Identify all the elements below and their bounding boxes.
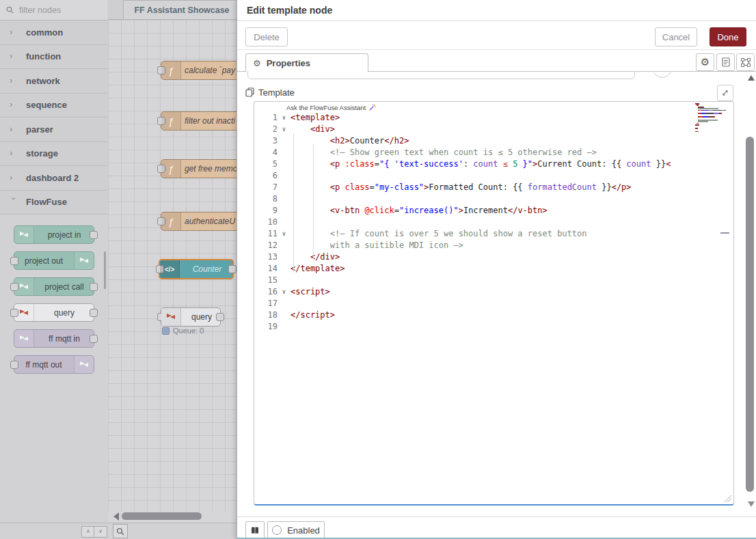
minimap-line <box>695 110 731 111</box>
editor-minimap[interactable] <box>695 103 731 134</box>
code-text <box>291 275 733 286</box>
dialog-tabrow: ⚙ Properties ⚙ <box>237 53 756 72</box>
fold-chevron-icon[interactable]: ∨ <box>278 112 291 124</box>
line-number: 14 <box>254 263 278 275</box>
function-icon: ƒ <box>161 160 181 178</box>
node-status: Queue: 0 <box>162 327 204 335</box>
appearance-button[interactable] <box>736 53 755 71</box>
dialog-scroll-down-arrow[interactable] <box>748 501 755 507</box>
workspace-tab[interactable]: FF Assistant Showcase <box>123 0 237 19</box>
flow-node-function-calculate[interactable]: ƒ calculate `pay <box>161 61 237 80</box>
project-icon <box>74 252 94 269</box>
node-settings-button[interactable]: ⚙ <box>696 53 714 71</box>
hscroll-left-arrow[interactable] <box>113 512 119 521</box>
assistant-hint[interactable]: Ask the FlowFuse Assistant <box>286 104 376 111</box>
palette-category-FlowFuse[interactable]: ›FlowFuse <box>0 191 107 215</box>
chevron-down-icon: › <box>9 197 19 206</box>
code-text <box>291 217 733 228</box>
tab-properties[interactable]: ⚙ Properties <box>245 53 368 72</box>
node-help-button[interactable] <box>245 521 265 539</box>
palette-category-storage[interactable]: ›storage <box>0 142 107 167</box>
template-code-editor[interactable]: Ask the FlowFuse Assistant 1∨<template>2… <box>254 101 734 506</box>
node-input-port[interactable] <box>10 309 18 317</box>
category-label: function <box>26 51 61 61</box>
fold-chevron-icon[interactable]: ∨ <box>278 228 291 240</box>
chevron-right-icon: › <box>10 75 18 85</box>
palette-category-dashboard-2[interactable]: ›dashboard 2 <box>0 166 107 191</box>
line-number: 13 <box>254 251 278 263</box>
status-dot-icon <box>162 327 170 335</box>
flow-node-query[interactable]: query <box>161 307 221 327</box>
code-line: 2∨ <div> <box>254 124 733 135</box>
node-output-port[interactable] <box>216 313 224 321</box>
line-number: 2 <box>254 124 278 135</box>
status-text: Queue: 0 <box>173 327 204 335</box>
palette-categories: ›common›function›network›sequence›parser… <box>0 20 107 215</box>
node-output-port[interactable] <box>90 309 98 317</box>
code-text: </template> <box>291 263 733 275</box>
code-line: 9 <v-btn @click="increase()">Increment</… <box>254 205 733 217</box>
fold-gutter <box>278 193 291 205</box>
node-output-port[interactable] <box>228 265 237 273</box>
code-text: <!— Show green text when count is ≤ 5 ot… <box>291 147 733 158</box>
fold-chevron-icon[interactable]: ∨ <box>278 124 291 135</box>
node-input-port[interactable] <box>10 283 18 291</box>
editor-resize-handle[interactable] <box>724 495 731 502</box>
hscroll-thumb[interactable] <box>122 512 202 520</box>
code-text <box>291 321 733 333</box>
code-line: 16∨<script> <box>254 286 733 298</box>
palette-node-query[interactable]: query <box>14 303 94 322</box>
line-number: 4 <box>254 147 278 158</box>
description-button[interactable] <box>716 53 735 71</box>
line-number: 3 <box>254 135 278 147</box>
enabled-toggle-button[interactable]: Enabled <box>267 521 325 539</box>
node-output-port[interactable] <box>90 335 98 343</box>
dialog-scroll-up-arrow[interactable] <box>748 75 755 81</box>
cancel-button[interactable]: Cancel <box>655 27 697 46</box>
palette-scrollbar[interactable] <box>104 251 106 289</box>
canvas-zoom-button[interactable] <box>113 524 128 538</box>
palette-node-project-out[interactable]: project out <box>14 251 94 270</box>
chevron-right-icon: › <box>10 27 18 37</box>
code-line: 8 <box>254 193 733 205</box>
palette-node-ff-mqtt-in[interactable]: ff mqtt in <box>14 329 94 348</box>
palette-category-sequence[interactable]: ›sequence <box>0 94 107 118</box>
code-text: <v-btn @click="increase()">Increment</v-… <box>291 205 733 217</box>
flow-node-function-auth[interactable]: ƒ authenticateU <box>161 212 237 231</box>
code-lines[interactable]: 1∨<template>2∨ <div>3 <h2>Counter</h2>4 … <box>254 112 733 333</box>
delete-button[interactable]: Delete <box>245 27 288 46</box>
palette-footer: ∧ ∨ <box>0 523 237 539</box>
palette-collapse-up-button[interactable]: ∧ <box>81 526 95 538</box>
palette-collapse-down-button[interactable]: ∨ <box>94 526 107 538</box>
palette-search[interactable] <box>0 0 107 20</box>
palette-category-parser[interactable]: ›parser <box>0 118 107 142</box>
template-row: Template <box>245 85 748 100</box>
flow-workspace[interactable]: FF Assistant Showcase ƒ calculate `pay ƒ… <box>108 0 237 539</box>
flow-node-function-getmem[interactable]: ƒ get free memo <box>161 159 237 178</box>
line-number: 15 <box>254 275 278 286</box>
flow-node-function-filter[interactable]: ƒ filter out inacti <box>161 111 237 130</box>
dialog-scroll-thumb[interactable] <box>746 137 754 492</box>
done-button[interactable]: Done <box>710 27 746 46</box>
tab-label: Properties <box>267 58 310 68</box>
category-label: common <box>26 27 63 38</box>
node-input-port[interactable] <box>10 361 18 369</box>
palette-node-ff-mqtt-out[interactable]: ff mqtt out <box>14 355 94 374</box>
node-input-port[interactable] <box>10 257 18 265</box>
node-output-port[interactable] <box>90 283 98 291</box>
node-palette: ›common›function›network›sequence›parser… <box>0 0 109 539</box>
palette-node-project-call[interactable]: project call <box>14 277 94 296</box>
palette-category-function[interactable]: ›function <box>0 45 107 70</box>
fold-gutter <box>278 298 291 309</box>
flow-node-template-counter[interactable]: </> Counter <box>159 259 234 279</box>
filter-nodes-input[interactable] <box>18 5 96 16</box>
fold-gutter <box>278 205 291 217</box>
enabled-label: Enabled <box>287 525 320 536</box>
expand-editor-button[interactable] <box>717 85 733 101</box>
palette-node-project-in[interactable]: project in <box>14 225 94 244</box>
palette-category-common[interactable]: ›common <box>0 20 107 45</box>
category-label: parser <box>26 124 53 135</box>
node-output-port[interactable] <box>90 231 98 239</box>
fold-chevron-icon[interactable]: ∨ <box>278 286 291 298</box>
palette-category-network[interactable]: ›network <box>0 69 107 94</box>
